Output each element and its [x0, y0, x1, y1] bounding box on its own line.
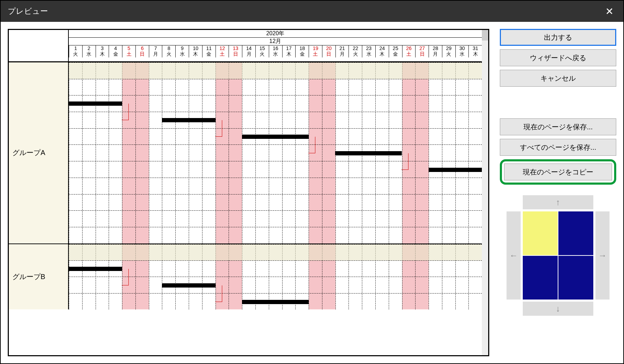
day-of-week-cell: 土 [309, 51, 322, 57]
highlighted-action: 現在のページをコピー [500, 159, 616, 185]
day-number-cell: 22 [349, 45, 362, 51]
day-of-week-cell: 水 [175, 51, 189, 57]
window-title: プレビュー [8, 6, 602, 17]
gantt-bar[interactable] [429, 168, 482, 172]
day-number-cell: 17 [282, 45, 296, 51]
day-number-cell: 8 [162, 45, 175, 51]
day-number-cell: 4 [109, 45, 122, 51]
day-number-cell: 31 [468, 45, 482, 51]
day-number-cell: 28 [429, 45, 442, 51]
page-thumbnail-grid [523, 211, 593, 300]
day-of-week-cell: 木 [96, 51, 109, 57]
nav-right-button[interactable]: → [595, 211, 610, 300]
day-number-cell: 15 [255, 45, 269, 51]
arrow-up-icon: ↑ [556, 197, 560, 207]
day-of-week-cell: 土 [122, 51, 135, 57]
day-number-cell: 23 [362, 45, 375, 51]
page-navigator: ↑ ← → ↓ [500, 195, 616, 316]
day-of-week-cell: 日 [135, 51, 149, 57]
day-number-cell: 1 [69, 45, 82, 51]
page-thumbnail[interactable] [558, 256, 593, 300]
day-number-cell: 14 [242, 45, 255, 51]
gantt-chart: 2020年 12月 123456789101112131415161718192… [9, 30, 488, 355]
calendar-month: 12月 [69, 38, 482, 45]
gantt-bar[interactable] [162, 118, 215, 122]
day-of-week-cell: 日 [229, 51, 242, 57]
day-number-cell: 26 [402, 45, 416, 51]
calendar-header: 2020年 12月 123456789101112131415161718192… [9, 30, 482, 62]
day-of-week-cell: 火 [442, 51, 455, 57]
day-of-week-cell: 日 [322, 51, 335, 57]
day-of-week-cell: 土 [216, 51, 229, 57]
day-of-week-cell: 金 [202, 51, 216, 57]
day-of-week-cell: 水 [269, 51, 282, 57]
day-number-cell: 19 [309, 45, 322, 51]
dependency-link [401, 153, 408, 170]
titlebar: プレビュー ✕ [1, 1, 623, 22]
save-current-page-button[interactable]: 現在のページを保存... [500, 118, 616, 135]
day-number-row: 1234567891011121314151617181920212223242… [69, 45, 482, 51]
nav-down-button[interactable]: ↓ [523, 302, 593, 316]
day-of-week-cell: 火 [162, 51, 175, 57]
gantt-bar[interactable] [335, 151, 402, 155]
day-of-week-cell: 金 [295, 51, 309, 57]
page-thumbnail[interactable] [523, 256, 558, 300]
gantt-bar[interactable] [242, 135, 309, 139]
day-of-week-cell: 火 [69, 51, 82, 57]
day-number-cell: 7 [149, 45, 162, 51]
arrow-right-icon: → [598, 251, 607, 260]
day-number-cell: 16 [269, 45, 282, 51]
group-label: グループB [9, 244, 69, 309]
day-of-week-cell: 月 [335, 51, 349, 57]
day-of-week-cell: 火 [349, 51, 362, 57]
gantt-bar[interactable] [69, 101, 122, 106]
group: グループA [9, 62, 482, 243]
day-number-cell: 24 [375, 45, 389, 51]
day-of-week-cell: 月 [429, 51, 442, 57]
copy-current-page-button[interactable]: 現在のページをコピー [504, 164, 612, 180]
output-button[interactable]: 出力する [500, 29, 616, 46]
gantt-bar[interactable] [242, 300, 309, 304]
preview-window: プレビュー ✕ 2020年 12月 1234567891011121314151… [0, 0, 624, 364]
cancel-button[interactable]: キャンセル [500, 70, 616, 87]
save-all-pages-button[interactable]: すべてのページを保存... [500, 139, 616, 156]
side-panel: 出力する ウィザードへ戻る キャンセル 現在のページを保存... すべてのページ… [500, 29, 616, 356]
day-number-cell: 20 [322, 45, 335, 51]
arrow-down-icon: ↓ [556, 304, 560, 314]
day-of-week-cell: 月 [149, 51, 162, 57]
dependency-link [122, 104, 129, 120]
content: 2020年 12月 123456789101112131415161718192… [1, 22, 623, 363]
vertical-scrollbar[interactable] [482, 30, 488, 355]
gantt-bar[interactable] [69, 267, 122, 271]
group: グループB [9, 243, 482, 309]
nav-up-button[interactable]: ↑ [523, 195, 593, 209]
page-thumbnail[interactable] [558, 211, 593, 255]
gantt-bar[interactable] [162, 283, 215, 288]
day-of-week-cell: 水 [455, 51, 469, 57]
day-of-week-row: 火水木金土日月火水木金土日月火水木金土日月火水木金土日月火水木 [69, 51, 482, 57]
day-number-cell: 5 [122, 45, 135, 51]
group-label: グループA [9, 62, 69, 243]
day-of-week-cell: 木 [468, 51, 482, 57]
day-number-cell: 27 [415, 45, 429, 51]
day-number-cell: 25 [389, 45, 402, 51]
day-of-week-cell: 水 [82, 51, 96, 57]
day-number-cell: 30 [455, 45, 469, 51]
day-number-cell: 13 [229, 45, 242, 51]
day-of-week-cell: 日 [415, 51, 429, 57]
close-icon[interactable]: ✕ [602, 4, 616, 18]
calendar-year: 2020年 [69, 30, 482, 38]
nav-left-button[interactable]: ← [507, 211, 521, 300]
day-number-cell: 11 [202, 45, 216, 51]
day-of-week-cell: 木 [189, 51, 202, 57]
day-of-week-cell: 土 [402, 51, 416, 57]
day-number-cell: 6 [135, 45, 149, 51]
day-of-week-cell: 火 [255, 51, 269, 57]
day-number-cell: 29 [442, 45, 455, 51]
day-of-week-cell: 水 [362, 51, 375, 57]
back-to-wizard-button[interactable]: ウィザードへ戻る [500, 49, 616, 66]
day-of-week-cell: 月 [242, 51, 255, 57]
page-thumbnail[interactable] [523, 211, 558, 255]
gantt-body: グループAグループB [9, 62, 482, 355]
arrow-left-icon: ← [509, 251, 518, 260]
